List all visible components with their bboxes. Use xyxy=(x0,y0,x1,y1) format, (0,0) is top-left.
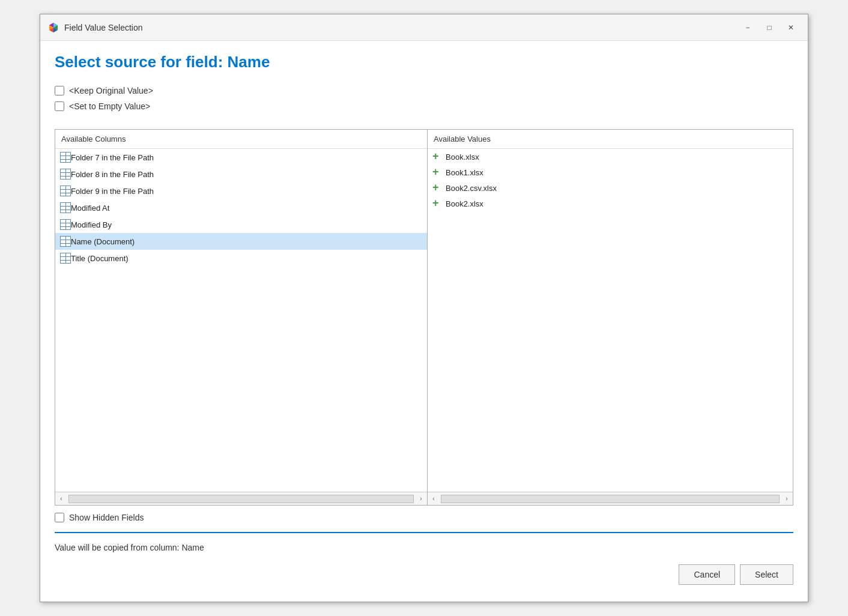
list-item-label: Folder 7 in the File Path xyxy=(71,153,154,162)
show-hidden-label: Show Hidden Fields xyxy=(69,513,144,522)
plus-icon: + xyxy=(432,199,442,208)
list-item-label: Modified At xyxy=(71,204,109,213)
column-icon xyxy=(60,169,71,180)
left-panel-list-wrapper: Folder 7 in the File PathFolder 8 in the… xyxy=(55,149,427,492)
left-list-item[interactable]: Folder 8 in the File Path xyxy=(55,166,427,183)
left-scroll-left[interactable]: ‹ xyxy=(55,492,67,506)
value-info: Value will be copied from column: Name xyxy=(55,543,793,552)
right-list-item[interactable]: +Book.xlsx xyxy=(428,149,793,165)
left-scroll-track[interactable] xyxy=(68,495,414,503)
left-panel-header: Available Columns xyxy=(55,130,427,149)
set-empty-row: <Set to Empty Value> xyxy=(55,101,793,111)
panels-container: Available Columns Folder 7 in the File P… xyxy=(55,129,793,506)
right-panel-list[interactable]: +Book.xlsx+Book1.xlsx+Book2.csv.xlsx+Boo… xyxy=(428,149,793,492)
list-item-label: Modified By xyxy=(71,220,112,229)
right-list-item[interactable]: +Book2.csv.xlsx xyxy=(428,180,793,196)
keep-original-label: <Keep Original Value> xyxy=(69,86,153,95)
right-hscrollbar: ‹ › xyxy=(428,492,793,505)
plus-icon: + xyxy=(432,168,442,177)
show-hidden-row: Show Hidden Fields xyxy=(55,513,793,522)
left-list-item[interactable]: Title (Document) xyxy=(55,250,427,267)
app-icon xyxy=(47,22,59,34)
right-scroll-left[interactable]: ‹ xyxy=(428,492,440,506)
right-scroll-track[interactable] xyxy=(441,495,780,503)
right-panel: Available Values +Book.xlsx+Book1.xlsx+B… xyxy=(428,130,793,505)
column-icon xyxy=(60,253,71,264)
plus-icon: + xyxy=(432,183,442,193)
left-list-item[interactable]: Name (Document) xyxy=(55,233,427,250)
right-list-item[interactable]: +Book2.xlsx xyxy=(428,196,793,211)
keep-original-checkbox[interactable] xyxy=(55,86,64,95)
set-empty-label: <Set to Empty Value> xyxy=(69,101,150,111)
cancel-button[interactable]: Cancel xyxy=(679,564,735,585)
main-window: Field Value Selection − □ ✕ Select sourc… xyxy=(40,14,808,602)
list-item-label: Title (Document) xyxy=(71,254,129,263)
footer-buttons: Cancel Select xyxy=(55,564,793,590)
column-icon xyxy=(60,219,71,230)
right-list-item[interactable]: +Book1.xlsx xyxy=(428,165,793,180)
select-button[interactable]: Select xyxy=(740,564,793,585)
main-content: Select source for field: Name <Keep Orig… xyxy=(40,41,808,602)
window-title: Field Value Selection xyxy=(64,23,738,32)
maximize-button[interactable]: □ xyxy=(760,20,779,35)
left-panel: Available Columns Folder 7 in the File P… xyxy=(55,130,428,505)
list-item-label: Book.xlsx xyxy=(446,152,479,162)
left-list-item[interactable]: Modified At xyxy=(55,199,427,216)
right-panel-header: Available Values xyxy=(428,130,793,149)
right-scroll-right[interactable]: › xyxy=(781,492,793,506)
window-controls: − □ ✕ xyxy=(738,20,801,35)
left-list-item[interactable]: Modified By xyxy=(55,216,427,233)
bottom-section: Show Hidden Fields Value will be copied … xyxy=(55,506,793,590)
list-item-label: Folder 9 in the File Path xyxy=(71,187,154,196)
show-hidden-checkbox[interactable] xyxy=(55,513,64,522)
keep-original-row: <Keep Original Value> xyxy=(55,86,793,95)
close-button[interactable]: ✕ xyxy=(781,20,801,35)
list-item-label: Book2.xlsx xyxy=(446,199,483,208)
column-icon xyxy=(60,186,71,196)
column-icon xyxy=(60,202,71,213)
list-item-label: Folder 8 in the File Path xyxy=(71,170,154,179)
page-heading: Select source for field: Name xyxy=(55,53,793,71)
set-empty-checkbox[interactable] xyxy=(55,101,64,111)
list-item-label: Name (Document) xyxy=(71,237,135,246)
left-list-item[interactable]: Folder 7 in the File Path xyxy=(55,149,427,166)
left-list-item[interactable]: Folder 9 in the File Path xyxy=(55,183,427,199)
list-item-label: Book2.csv.xlsx xyxy=(446,184,497,193)
minimize-button[interactable]: − xyxy=(738,20,757,35)
plus-icon: + xyxy=(432,152,442,162)
right-panel-list-wrapper: +Book.xlsx+Book1.xlsx+Book2.csv.xlsx+Boo… xyxy=(428,149,793,492)
left-scroll-right[interactable]: › xyxy=(415,492,427,506)
title-bar: Field Value Selection − □ ✕ xyxy=(40,14,808,41)
left-panel-list[interactable]: Folder 7 in the File PathFolder 8 in the… xyxy=(55,149,427,492)
left-hscrollbar: ‹ › xyxy=(55,492,427,505)
column-icon xyxy=(60,236,71,247)
list-item-label: Book1.xlsx xyxy=(446,168,483,177)
divider xyxy=(55,532,793,533)
column-icon xyxy=(60,152,71,163)
